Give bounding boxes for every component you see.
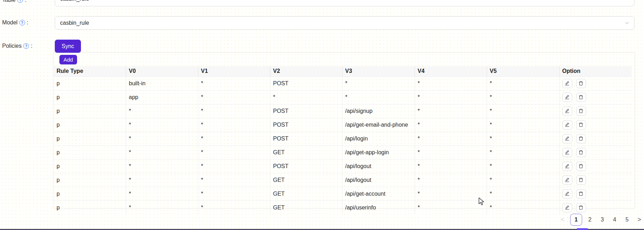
cell-v4: * <box>415 173 487 187</box>
cell-v2: GET <box>270 201 342 214</box>
cell-option <box>559 132 632 145</box>
add-button[interactable]: Add <box>59 55 77 64</box>
cell-v5: * <box>487 159 559 173</box>
help-icon[interactable]: ? <box>23 43 29 49</box>
cell-rule-type: p <box>54 76 126 90</box>
cell-option <box>559 201 632 214</box>
sync-button[interactable]: Sync <box>55 40 81 53</box>
policies-label-text: Policies <box>2 43 22 49</box>
cell-v4: * <box>415 90 487 104</box>
label-colon: : <box>25 0 26 3</box>
policy-row: p * * GET /api/get-account * * <box>54 187 632 201</box>
label-colon: : <box>31 43 32 49</box>
cell-v0: * <box>126 159 198 173</box>
policy-row: p built-in * POST * * * <box>54 76 632 90</box>
cell-v3: /api/get-email-and-phone <box>342 118 415 132</box>
edit-button[interactable] <box>562 162 572 171</box>
edit-button[interactable] <box>562 134 572 143</box>
model-field-label: Model ? : <box>2 19 28 26</box>
delete-button[interactable] <box>576 148 586 157</box>
help-icon[interactable]: ? <box>17 0 23 3</box>
edit-button[interactable] <box>562 203 572 212</box>
cell-v2: POST <box>270 104 342 118</box>
policy-row: p * * POST /api/signup * * <box>54 104 632 118</box>
policy-table-body: p built-in * POST * * * p <box>54 76 632 214</box>
model-select[interactable]: casbin_rule <box>55 16 634 30</box>
edit-icon <box>564 81 570 86</box>
edit-icon <box>564 150 570 155</box>
column-header-v2: V2 <box>270 66 342 76</box>
edit-button[interactable] <box>562 176 572 185</box>
cell-v5: * <box>487 187 559 201</box>
pagination-page-5[interactable]: 5 <box>622 214 632 226</box>
cell-v5: * <box>487 145 559 159</box>
cell-v0: * <box>126 104 198 118</box>
cell-v3: /api/logout <box>342 159 415 173</box>
cell-option <box>559 159 632 173</box>
delete-icon <box>578 136 584 141</box>
delete-icon <box>578 150 584 155</box>
delete-button[interactable] <box>576 162 586 171</box>
delete-button[interactable] <box>576 79 586 88</box>
cell-v4: * <box>415 104 487 118</box>
pagination-prev-button[interactable]: < <box>558 214 567 226</box>
cell-v3: /api/logout <box>342 173 415 187</box>
cell-v3: /api/userinfo <box>342 201 415 214</box>
cell-v3: * <box>342 90 415 104</box>
cell-v2: GET <box>270 187 342 201</box>
delete-icon <box>578 94 584 100</box>
cell-option <box>559 76 632 90</box>
label-colon: : <box>27 19 28 26</box>
cell-v1: * <box>198 173 270 187</box>
cell-rule-type: p <box>54 132 126 145</box>
cell-v3: /api/get-account <box>342 187 415 201</box>
edit-icon <box>564 191 570 196</box>
column-header-rule-type: Rule Type <box>54 66 126 76</box>
progress-indicator <box>577 228 588 230</box>
edit-button[interactable] <box>562 107 572 116</box>
delete-button[interactable] <box>576 93 586 102</box>
pagination-next-button[interactable]: > <box>635 214 644 226</box>
cell-v2: POST <box>270 132 342 145</box>
help-icon[interactable]: ? <box>19 20 25 25</box>
cell-v4: * <box>415 159 487 173</box>
cell-v0: * <box>126 118 198 132</box>
delete-icon <box>578 205 584 210</box>
pagination-page-2[interactable]: 2 <box>585 214 595 226</box>
cell-option <box>559 118 632 132</box>
cell-option <box>559 104 632 118</box>
cell-v1: * <box>198 187 270 201</box>
cell-v0: * <box>126 145 198 159</box>
pagination-page-1[interactable]: 1 <box>570 214 582 226</box>
edit-button[interactable] <box>562 79 572 88</box>
delete-button[interactable] <box>576 176 586 185</box>
policy-row: p app * * * * * <box>54 90 632 104</box>
delete-button[interactable] <box>576 107 586 116</box>
column-header-v3: V3 <box>342 66 415 76</box>
table-name-input[interactable]: casbin_rule <box>55 0 634 6</box>
delete-button[interactable] <box>576 134 586 143</box>
cell-v0: * <box>126 187 198 201</box>
delete-button[interactable] <box>576 120 586 130</box>
policies-field-label: Policies ? : <box>2 43 33 49</box>
edit-button[interactable] <box>562 120 572 130</box>
cell-v1: * <box>198 76 270 90</box>
edit-button[interactable] <box>562 93 572 102</box>
cell-v1: * <box>198 201 270 214</box>
policy-row: p * * GET /api/logout * * <box>54 173 632 187</box>
edit-button[interactable] <box>562 189 572 199</box>
edit-button[interactable] <box>562 148 572 157</box>
policies-table: Rule Type V0 V1 V2 V3 V4 V5 Option p bui… <box>54 66 632 214</box>
cell-v3: * <box>342 76 415 90</box>
cell-v1: * <box>198 132 270 145</box>
delete-button[interactable] <box>576 203 586 212</box>
pagination-page-3[interactable]: 3 <box>598 214 607 226</box>
edit-icon <box>564 163 570 169</box>
pagination-page-4[interactable]: 4 <box>610 214 619 226</box>
cell-v4: * <box>415 76 487 90</box>
cell-v2: POST <box>270 159 342 173</box>
delete-button[interactable] <box>576 189 586 199</box>
column-header-v1: V1 <box>198 66 270 76</box>
cell-v0: * <box>126 173 198 187</box>
policy-row: p * * POST /api/get-email-and-phone * * <box>54 118 632 132</box>
